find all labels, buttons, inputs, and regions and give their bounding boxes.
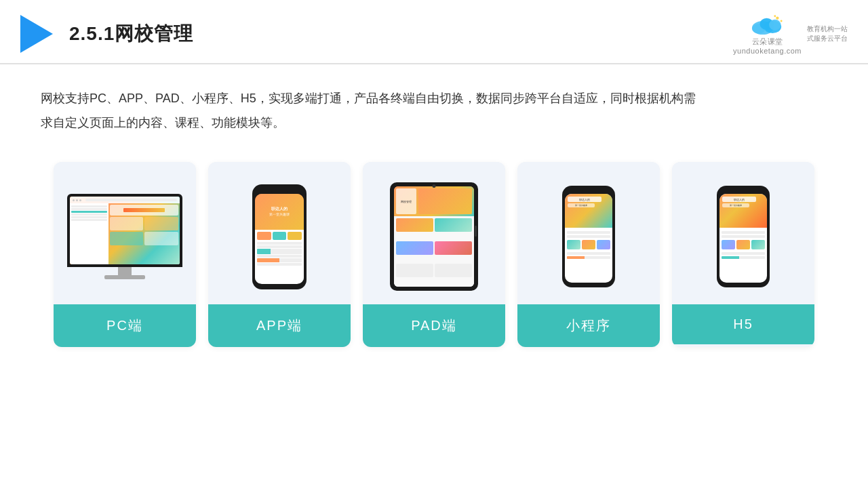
card-app: 职达人的 第一堂兴趣课 <box>208 162 351 347</box>
desc-content: 网校支持PC、APP、PAD、小程序、H5，实现多端打通，产品各终端自由切换，数… <box>41 92 696 129</box>
card-miniapp: 职达人的 第一堂兴趣课 <box>517 162 660 347</box>
description-text: 网校支持PC、APP、PAD、小程序、H5，实现多端打通，产品各终端自由切换，数… <box>0 64 746 142</box>
card-h5-label: H5 <box>672 304 814 344</box>
svg-point-7 <box>774 15 776 17</box>
header-left: 2.5.1网校管理 <box>20 15 193 53</box>
card-app-image: 职达人的 第一堂兴趣课 <box>208 162 351 304</box>
svg-point-5 <box>776 16 778 19</box>
h5-device-mockup: 职达人的 第一堂兴趣课 <box>717 186 770 287</box>
card-pad: 网校管理 PAD端 <box>363 162 505 347</box>
header: 2.5.1网校管理 云朵课堂 yunduoketang.com 教育机构一站式服… <box>0 0 868 64</box>
play-icon <box>20 15 53 53</box>
card-pc: PC端 <box>54 162 196 347</box>
card-h5-image: 职达人的 第一堂兴趣课 <box>672 162 814 304</box>
cards-container: PC端 职达人的 第一堂兴趣课 <box>0 142 868 347</box>
brand-logo: 云朵课堂 yunduoketang.com <box>733 12 802 55</box>
card-pc-image <box>54 162 196 304</box>
miniapp-device-mockup: 职达人的 第一堂兴趣课 <box>562 186 615 287</box>
logo-name: 云朵课堂 <box>752 37 783 47</box>
card-pad-image: 网校管理 <box>363 162 505 304</box>
page-title: 2.5.1网校管理 <box>69 21 193 47</box>
logo-tagline: 教育机构一站式服务云平台 <box>807 24 848 43</box>
cloud-svg-icon <box>747 12 788 37</box>
card-h5: 职达人的 第一堂兴趣课 <box>672 162 814 347</box>
app-device-mockup: 职达人的 第一堂兴趣课 <box>252 184 307 289</box>
card-pc-label: PC端 <box>54 304 196 347</box>
card-miniapp-label: 小程序 <box>517 304 660 347</box>
pc-device-mockup <box>67 194 182 279</box>
card-app-label: APP端 <box>208 304 351 347</box>
logo-domain: yunduoketang.com <box>733 47 802 55</box>
header-right: 云朵课堂 yunduoketang.com 教育机构一站式服务云平台 <box>733 12 848 55</box>
svg-point-6 <box>780 20 782 22</box>
svg-point-4 <box>769 20 781 30</box>
card-pad-label: PAD端 <box>363 304 505 347</box>
pad-device-mockup: 网校管理 <box>390 182 478 291</box>
card-miniapp-image: 职达人的 第一堂兴趣课 <box>517 162 660 304</box>
